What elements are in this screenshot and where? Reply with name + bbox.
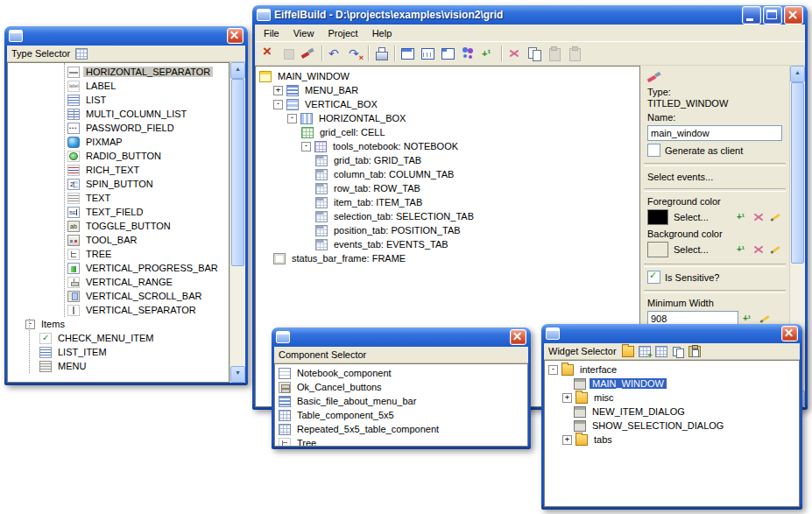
close-button[interactable]	[227, 28, 244, 44]
table-add-icon[interactable]	[639, 346, 651, 357]
titlebar[interactable]: EiffelBuild - D:\projects\examples\visio…	[252, 5, 808, 25]
background-select-button[interactable]: Select...	[674, 244, 732, 255]
toolbar-button-cut[interactable]	[505, 44, 525, 63]
tree-row[interactable]: events_tab: EVENTS_TAB	[256, 237, 639, 251]
tree-row[interactable]: VERTICAL_SCROLL_BAR	[8, 289, 229, 303]
tree-row[interactable]: status_bar_frame: FRAME	[256, 251, 639, 265]
tree-row[interactable]: TEXT_FIELD	[8, 205, 229, 219]
minimize-button[interactable]	[742, 6, 761, 25]
tree-row[interactable]: -HORIZONTAL_BOX	[256, 111, 639, 125]
copy-icon[interactable]	[672, 346, 684, 357]
menu-project[interactable]: Project	[321, 26, 364, 40]
tree-row[interactable]: TOOL_BAR	[8, 233, 229, 247]
tree-row[interactable]: item_tab: ITEM_TAB	[256, 195, 639, 209]
tree-row[interactable]: NEW_ITEM_DIALOG	[545, 405, 799, 419]
tree-row[interactable]: LABEL	[8, 79, 229, 93]
tree-row[interactable]: row_tab: ROW_TAB	[256, 181, 639, 195]
tree-row[interactable]: PASSWORD_FIELD	[8, 121, 229, 135]
collapse-icon[interactable]: -	[25, 320, 35, 329]
titlebar[interactable]	[272, 327, 531, 347]
type-selector-scrollbar[interactable]	[229, 62, 245, 383]
tree-row[interactable]: column_tab: COLUMN_TAB	[256, 167, 639, 181]
tree-row[interactable]: LIST	[8, 93, 229, 107]
titlebar[interactable]	[4, 26, 248, 46]
tree-row[interactable]: Tree	[275, 436, 527, 447]
foreground-select-button[interactable]: Select...	[674, 212, 732, 222]
plus-one-icon[interactable]	[742, 313, 755, 325]
menu-help[interactable]: Help	[365, 26, 399, 40]
tree-row[interactable]: Table_component_5x5	[275, 408, 527, 422]
tree-row[interactable]: MAIN_WINDOW	[256, 69, 639, 83]
collapse-icon[interactable]: -	[301, 142, 311, 151]
toolbar-button-delete[interactable]	[258, 44, 279, 63]
select-events-button[interactable]: Select events...	[647, 172, 782, 182]
scrollbar-thumb[interactable]	[791, 82, 804, 264]
table-icon[interactable]	[75, 48, 88, 60]
tree-row[interactable]: MENU	[8, 359, 229, 373]
close-button[interactable]	[510, 329, 526, 345]
tree-row[interactable]: Ok_Cancel_buttons	[275, 380, 527, 394]
maximize-button[interactable]	[763, 6, 782, 25]
tree-row[interactable]: +MENU_BAR	[256, 83, 639, 97]
tree-row[interactable]: VERTICAL_PROGRESS_BAR	[8, 261, 229, 275]
tree-row[interactable]: -Items	[8, 317, 229, 331]
pencil-icon[interactable]	[759, 313, 772, 325]
tree-row[interactable]: VERTICAL_SEPARATOR	[8, 303, 229, 317]
toolbar-button-tab-view[interactable]	[438, 44, 458, 63]
tree-row[interactable]: HORIZONTAL_SEPARATOR	[8, 65, 229, 79]
expand-icon[interactable]: +	[562, 393, 572, 403]
tree-row[interactable]: SHOW_SELECTION_DIALOG	[545, 419, 799, 433]
toolbar-button-redo[interactable]	[345, 44, 365, 63]
scroll-up-icon[interactable]	[790, 66, 805, 82]
toolbar-button-add-one[interactable]	[478, 44, 498, 63]
toolbar-button-brush[interactable]	[299, 44, 319, 63]
scroll-up-icon[interactable]	[230, 62, 245, 79]
tree-row[interactable]: +misc	[545, 391, 799, 405]
foreground-color-swatch[interactable]	[647, 209, 668, 225]
menu-file[interactable]: File	[257, 26, 286, 40]
tree-row[interactable]: Notebook_component	[275, 366, 527, 380]
toolbar-button-undo[interactable]	[325, 44, 345, 63]
titlebar[interactable]	[541, 324, 802, 343]
tree-row[interactable]: CHECK_MENU_ITEM	[8, 331, 229, 345]
scrollbar-thumb[interactable]	[231, 79, 244, 266]
toolbar-button-paste[interactable]	[545, 44, 565, 63]
tree-row[interactable]: -tools_notebook: NOTEBOOK	[256, 139, 639, 153]
toolbar-button-launch[interactable]	[371, 44, 392, 63]
tree-row[interactable]: MULTI_COLUMN_LIST	[8, 107, 229, 121]
scissors-icon[interactable]	[752, 243, 766, 256]
tree-row[interactable]: TREE	[8, 247, 229, 261]
toolbar-button-grid-view[interactable]	[418, 44, 438, 63]
scissors-icon[interactable]	[752, 211, 766, 223]
collapse-icon[interactable]: -	[287, 114, 297, 123]
table-icon[interactable]	[655, 346, 667, 357]
toolbar-button-users[interactable]	[458, 44, 478, 63]
tree-row[interactable]: PIXMAP	[8, 135, 229, 149]
generate-as-client-checkbox[interactable]	[647, 144, 660, 157]
close-button[interactable]	[781, 326, 798, 341]
scroll-down-icon[interactable]	[230, 366, 245, 383]
toolbar-button-copy[interactable]	[525, 44, 545, 63]
tree-row[interactable]: TOGGLE_BUTTON	[8, 219, 229, 233]
tree-row[interactable]: MAIN_WINDOW	[545, 377, 799, 391]
tree-row[interactable]: -interface	[545, 363, 799, 377]
background-color-swatch[interactable]	[647, 242, 668, 257]
expand-icon[interactable]: +	[273, 86, 283, 95]
pencil-icon[interactable]	[769, 211, 782, 223]
toolbar-button-box[interactable]	[279, 44, 299, 63]
tree-row[interactable]: Basic_file_about_menu_bar	[275, 394, 527, 408]
scrollbar-track[interactable]	[230, 79, 245, 366]
is-sensitive-checkbox[interactable]	[647, 271, 660, 284]
expand-icon[interactable]: +	[562, 435, 572, 445]
tree-row[interactable]: grid_cell: CELL	[256, 125, 639, 139]
collapse-icon[interactable]: -	[273, 100, 283, 109]
tree-row[interactable]: -VERTICAL_BOX	[256, 97, 639, 111]
plus-one-icon[interactable]	[736, 243, 749, 256]
tree-row[interactable]: position_tab: POSITION_TAB	[256, 223, 639, 237]
tree-row[interactable]: selection_tab: SELECTION_TAB	[256, 209, 639, 223]
tree-row[interactable]: TEXT	[8, 191, 229, 205]
menu-view[interactable]: View	[286, 26, 321, 40]
paste-icon[interactable]	[688, 346, 701, 357]
pencil-icon[interactable]	[769, 243, 782, 256]
tree-row[interactable]: +tabs	[545, 433, 799, 447]
